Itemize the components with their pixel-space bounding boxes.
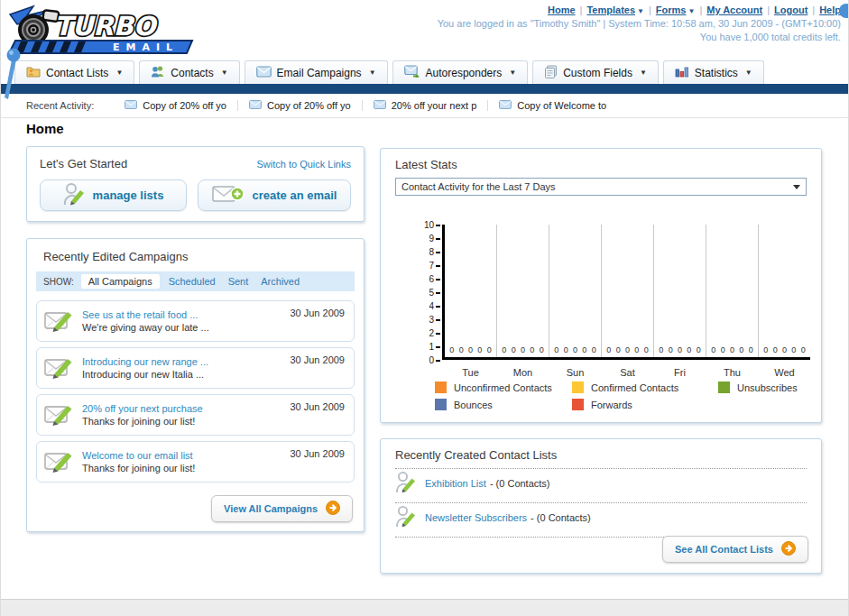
manage-lists-button[interactable]: manage lists <box>40 179 187 211</box>
campaign-list-item[interactable]: See us at the retail food ...We're givin… <box>36 300 355 342</box>
contacts-icon <box>151 65 165 80</box>
bar-value-label: 0 <box>540 345 544 354</box>
bar-value-label: 0 <box>564 345 568 354</box>
latest-stats-title: Latest Stats <box>395 158 807 171</box>
bar-value-label: 0 <box>512 345 516 354</box>
x-axis-label: Thu <box>706 367 758 378</box>
y-tick-label: 8 <box>429 247 434 257</box>
bar-value-label: 0 <box>659 345 663 354</box>
legend-item-unsubscribes: Unsubscribes <box>718 382 798 393</box>
campaign-subtitle: Thanks for joining our list! <box>82 416 203 427</box>
nav-tab-email-campaigns[interactable]: Email Campaigns▼ <box>245 60 388 84</box>
campaign-title-link[interactable]: Introducing our new range ... <box>82 356 208 367</box>
contact-list-count: - (0 Contacts) <box>490 478 550 489</box>
chevron-down-icon: ▼ <box>688 7 695 15</box>
annotation-dot <box>839 4 849 18</box>
recent-activity-item-label: Copy of 20% off yo <box>143 100 226 111</box>
nav-tab-contacts[interactable]: Contacts▼ <box>139 60 239 84</box>
see-all-contact-lists-button[interactable]: See All Contact Lists <box>662 536 808 563</box>
campaign-filter-sent[interactable]: Sent <box>228 276 249 287</box>
y-tick-mark <box>436 333 440 335</box>
top-link-my-account[interactable]: My Account <box>706 5 762 15</box>
y-tick-label: 4 <box>429 301 434 311</box>
bar-value-label: 0 <box>449 345 454 354</box>
contact-list-name-link[interactable]: Exhibition List <box>425 478 486 489</box>
bar-value-label: 0 <box>487 345 492 354</box>
envelope-plus-icon <box>212 183 245 207</box>
campaign-filter-archived[interactable]: Archived <box>261 276 300 287</box>
campaign-title-link[interactable]: Welcome to our email list <box>82 450 195 461</box>
switch-to-quick-links-link[interactable]: Switch to Quick Links <box>256 159 351 170</box>
credits-info: You have 1,000 total credits left. <box>438 32 841 42</box>
y-tick-mark <box>436 292 440 294</box>
envelope-pencil-icon <box>44 308 73 336</box>
recent-activity-item[interactable]: Copy of 20% off yo <box>125 100 238 111</box>
envelope-small-icon <box>374 100 386 111</box>
top-link-help[interactable]: Help <box>819 5 841 15</box>
y-tick-mark <box>436 360 440 362</box>
legend-item-confirmed-contacts: Confirmed Contacts <box>572 382 718 393</box>
campaign-filter-all-campaigns[interactable]: All Campaigns <box>81 274 160 289</box>
contact-list-name-link[interactable]: Newsletter Subscribers <box>425 512 527 523</box>
bar-value-label: 0 <box>625 345 630 354</box>
contact-list-item[interactable]: Newsletter Subscribers- (0 Contacts) <box>395 505 807 530</box>
nav-tab-contact-lists[interactable]: Contact Lists▼ <box>14 60 134 84</box>
recent-activity-bar: Recent Activity: Copy of 20% off yoCopy … <box>1 94 848 118</box>
y-tick-mark <box>436 252 440 253</box>
y-tick-mark <box>436 279 440 280</box>
legend-swatch <box>718 382 730 393</box>
bar-value-label: 0 <box>634 345 639 354</box>
top-link-home[interactable]: Home <box>548 5 576 15</box>
nav-tab-statistics[interactable]: Statistics▼ <box>663 60 764 84</box>
chart-day-group: 00000Fri <box>654 225 706 357</box>
create-an-email-button[interactable]: create an email <box>198 179 351 211</box>
bar-value-label: 0 <box>697 345 701 354</box>
y-tick-mark <box>436 319 440 321</box>
chart-day-group: 00000Sat <box>602 225 654 357</box>
contact-list-item[interactable]: Exhibition List- (0 Contacts) <box>395 471 807 496</box>
recent-activity-item[interactable]: Copy of 20% off yo <box>249 100 363 111</box>
campaign-subtitle: We're giving away our late ... <box>82 322 209 333</box>
contact-lists-icon <box>26 65 41 80</box>
bar-value-label: 0 <box>573 345 577 354</box>
nav-tab-label: Autoresponders <box>426 67 503 79</box>
campaign-filter-scheduled[interactable]: Scheduled <box>169 276 216 287</box>
stats-report-select[interactable]: Contact Activity for the Last 7 Days <box>395 178 807 196</box>
bar-value-label: 0 <box>669 345 673 354</box>
bar-value-label: 0 <box>730 345 734 354</box>
bar-value-label: 0 <box>592 345 596 354</box>
top-link-logout[interactable]: Logout <box>774 5 807 15</box>
y-tick-mark <box>436 306 440 308</box>
y-tick-label: 0 <box>429 355 434 365</box>
top-link-forms[interactable]: Forms <box>656 5 687 15</box>
nav-tab-custom-fields[interactable]: Custom Fields▼ <box>532 60 659 84</box>
footer-strip <box>1 599 848 616</box>
campaign-date: 30 Jun 2009 <box>290 354 345 365</box>
nav-tab-label: Custom Fields <box>563 67 632 79</box>
campaign-title-link[interactable]: See us at the retail food ... <box>82 309 209 320</box>
recent-activity-item[interactable]: Copy of Welcome to <box>499 100 617 111</box>
nav-tab-autoresponders[interactable]: Autoresponders▼ <box>392 60 529 84</box>
legend-item-unconfirmed-contacts: Unconfirmed Contacts <box>435 382 572 393</box>
arrow-circle-icon <box>326 501 340 517</box>
campaign-list-item[interactable]: 20% off your next purchaseThanks for joi… <box>36 394 355 436</box>
top-link-templates[interactable]: Templates <box>586 5 635 15</box>
logo-subtitle: EMAIL <box>113 41 179 53</box>
separator: | <box>649 5 651 15</box>
contact-list-count: - (0 Contacts) <box>531 512 591 523</box>
y-tick-label: 10 <box>424 220 434 230</box>
campaign-list-item[interactable]: Introducing our new range ...Introducing… <box>36 347 355 389</box>
chart-day-group: 00000Sun <box>549 225 602 357</box>
bar-value-label: 0 <box>801 345 806 354</box>
legend-swatch <box>572 399 584 410</box>
campaign-list-item[interactable]: Welcome to our email listThanks for join… <box>36 441 355 483</box>
legend-label: Bounces <box>454 400 493 410</box>
chevron-down-icon: ▼ <box>369 69 376 77</box>
view-all-campaigns-button[interactable]: View All Campaigns <box>211 495 353 522</box>
bar-value-label: 0 <box>678 345 682 354</box>
recent-activity-item[interactable]: 20% off your next p <box>374 100 489 111</box>
legend-label: Forwards <box>591 400 632 410</box>
y-tick-label: 1 <box>429 342 434 352</box>
campaign-title-link[interactable]: 20% off your next purchase <box>82 403 203 414</box>
show-label: SHOW: <box>43 277 74 287</box>
